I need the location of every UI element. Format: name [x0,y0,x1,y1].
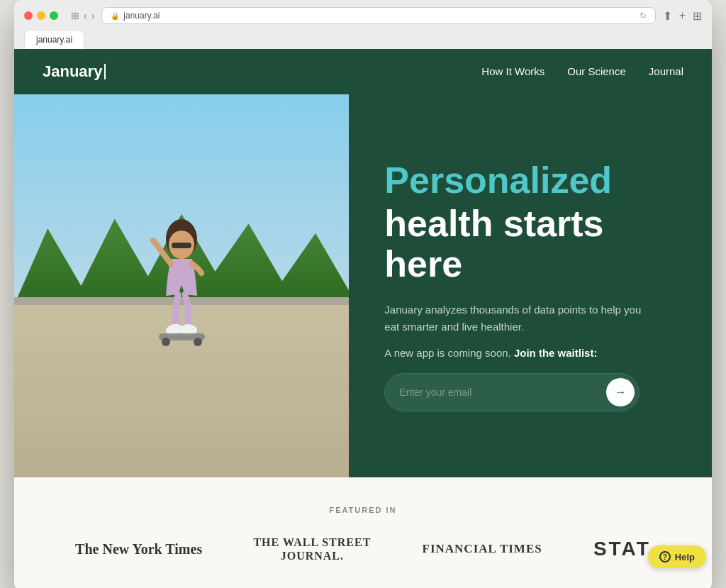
logo[interactable]: January [43,62,106,81]
browser-controls: ⊞ ‹ › [71,10,94,21]
share-icon[interactable]: ⬆ [663,9,672,23]
email-input[interactable] [399,387,606,398]
featured-label: FEATURED IN [57,506,669,514]
hero-section: Personalized health starts here January … [14,94,712,477]
browser-tabs: january.ai [24,30,702,49]
waitlist-prefix: A new app is coming soon. [384,347,514,359]
browser-actions: ⬆ + ⊞ [663,9,702,23]
close-button[interactable] [24,11,33,20]
website-content: January How It Works Our Science Journal [14,49,712,588]
browser-top-bar: ⊞ ‹ › 🔒 january.ai ↻ ⬆ + ⊞ [24,7,702,24]
browser-window: ⊞ ‹ › 🔒 january.ai ↻ ⬆ + ⊞ january.ai [14,0,712,588]
publications-list: The New York Times THE WALL STREETJOURNA… [57,536,669,562]
svg-point-6 [162,338,170,346]
nav-link-how-it-works[interactable]: How It Works [481,65,544,77]
minimize-button[interactable] [37,11,45,20]
back-icon[interactable]: ‹ [84,10,87,21]
featured-section: FEATURED IN The New York Times THE WALL … [14,477,712,588]
tab-title: january.ai [36,35,72,45]
logo-cursor [104,64,106,79]
submit-button[interactable]: → [606,378,635,406]
scene-background [14,94,349,477]
lock-icon: 🔒 [111,12,119,20]
traffic-lights [24,11,58,20]
maximize-button[interactable] [50,11,58,20]
new-tab-icon[interactable]: + [679,9,686,22]
help-button[interactable]: ? Help [648,545,706,568]
help-icon: ? [659,551,671,562]
person-figure [139,218,224,362]
address-bar[interactable]: 🔒 january.ai ↻ [101,7,655,24]
hero-image [14,94,349,477]
hero-title-white: health starts here [384,204,676,284]
publication-wsj: THE WALL STREETJOURNAL. [253,536,371,562]
nav-link-journal[interactable]: Journal [649,65,683,77]
publication-nyt: The New York Times [75,541,202,558]
grid-icon[interactable]: ⊞ [693,9,702,23]
navigation: January How It Works Our Science Journal [14,49,712,94]
nav-item-journal[interactable]: Journal [649,65,683,78]
address-bar-container: 🔒 january.ai ↻ [101,7,655,24]
hero-waitlist-text: A new app is coming soon. Join the waitl… [384,347,676,359]
nav-item-how-it-works[interactable]: How It Works [481,65,544,78]
nav-item-our-science[interactable]: Our Science [567,65,626,78]
publication-ft: FINANCIAL TIMES [423,542,542,556]
svg-rect-2 [172,243,191,248]
waitlist-bold: Join the waitlist: [514,347,598,359]
hero-description: January analyzes thousands of data point… [384,301,654,335]
forward-icon[interactable]: › [91,10,95,21]
logo-text: January [43,62,102,81]
publication-stat: STAT [593,538,651,560]
hero-content: Personalized health starts here January … [349,94,712,477]
help-label: Help [675,552,695,562]
hero-title-colored: Personalized [384,160,676,201]
active-tab[interactable]: january.ai [24,30,84,49]
browser-chrome: ⊞ ‹ › 🔒 january.ai ↻ ⬆ + ⊞ january.ai [14,0,712,49]
url-text: january.ai [123,11,160,21]
svg-point-7 [194,338,202,346]
email-form: → [384,373,640,411]
arrow-icon: → [615,386,626,399]
refresh-icon[interactable]: ↻ [640,11,647,21]
nav-link-our-science[interactable]: Our Science [567,65,626,77]
sidebar-toggle-icon[interactable]: ⊞ [71,10,79,21]
skater-svg [139,218,224,360]
nav-links: How It Works Our Science Journal [481,65,683,78]
